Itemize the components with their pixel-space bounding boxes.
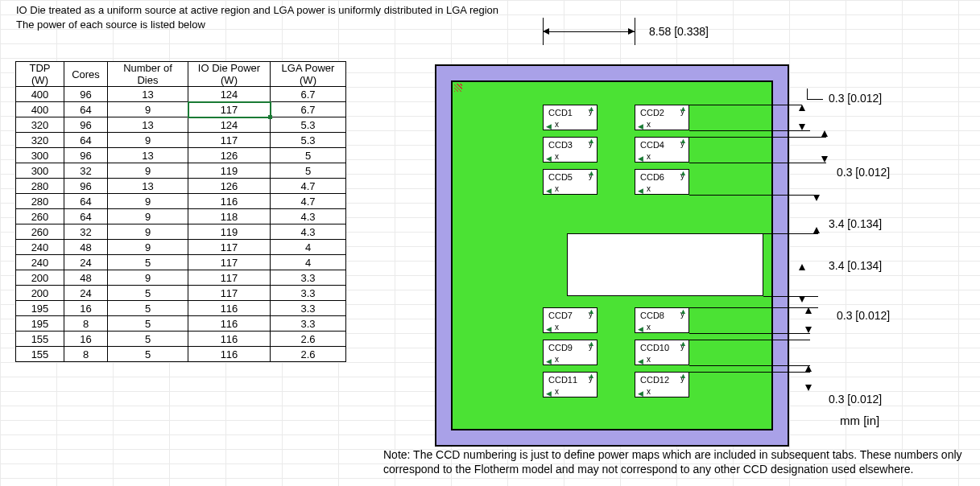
table-cell[interactable]: 117 [188, 286, 271, 301]
table-cell[interactable]: 116 [188, 301, 271, 316]
table-cell[interactable]: 118 [188, 209, 271, 224]
table-cell[interactable]: 155 [16, 347, 64, 362]
table-cell[interactable]: 320 [16, 133, 64, 148]
table-row[interactable]: 30096131265 [16, 148, 346, 163]
table-cell[interactable]: 32 [64, 163, 108, 179]
table-cell[interactable]: 2.6 [271, 347, 346, 362]
table-cell[interactable]: 117 [188, 133, 271, 148]
table-cell[interactable]: 126 [188, 179, 271, 194]
table-cell[interactable]: 13 [108, 117, 188, 133]
table-cell[interactable]: 24 [64, 286, 108, 301]
table-cell[interactable]: 5 [271, 163, 346, 179]
table-cell[interactable]: 240 [16, 255, 64, 270]
table-cell[interactable]: 117 [188, 270, 271, 286]
table-row[interactable]: 3003291195 [16, 163, 346, 179]
table-cell[interactable]: 3.3 [271, 286, 346, 301]
table-cell[interactable]: 116 [188, 347, 271, 362]
table-cell[interactable]: 280 [16, 179, 64, 194]
col-tdp[interactable]: TDP (W) [16, 62, 64, 87]
table-cell[interactable]: 9 [108, 163, 188, 179]
table-cell[interactable]: 5 [108, 301, 188, 316]
table-cell[interactable]: 400 [16, 102, 64, 117]
table-row[interactable]: 32096131245.3 [16, 117, 346, 133]
table-row[interactable]: 155851162.6 [16, 347, 346, 362]
table-cell[interactable]: 16 [64, 332, 108, 347]
table-cell[interactable]: 200 [16, 270, 64, 286]
table-cell[interactable]: 195 [16, 301, 64, 316]
table-cell[interactable]: 5 [108, 255, 188, 270]
table-cell[interactable]: 6.7 [271, 87, 346, 102]
table-cell[interactable]: 5.3 [271, 133, 346, 148]
table-row[interactable]: 4006491176.7 [16, 102, 346, 117]
table-cell[interactable]: 4.7 [271, 194, 346, 209]
table-cell[interactable]: 9 [108, 102, 188, 117]
table-cell[interactable]: 13 [108, 148, 188, 163]
table-cell[interactable]: 116 [188, 316, 271, 332]
table-cell[interactable]: 119 [188, 224, 271, 240]
table-cell[interactable]: 96 [64, 179, 108, 194]
table-cell[interactable]: 4 [271, 255, 346, 270]
table-cell[interactable]: 5 [108, 347, 188, 362]
table-cell[interactable]: 48 [64, 240, 108, 255]
table-row[interactable]: 2002451173.3 [16, 286, 346, 301]
table-cell[interactable]: 3.3 [271, 316, 346, 332]
table-cell[interactable]: 4.3 [271, 209, 346, 224]
table-cell[interactable]: 124 [188, 117, 271, 133]
table-cell[interactable]: 4.7 [271, 179, 346, 194]
table-cell[interactable]: 320 [16, 117, 64, 133]
table-cell[interactable]: 9 [108, 240, 188, 255]
table-cell[interactable]: 64 [64, 209, 108, 224]
table-cell[interactable]: 5.3 [271, 117, 346, 133]
table-cell[interactable]: 24 [64, 255, 108, 270]
table-cell[interactable]: 400 [16, 87, 64, 102]
table-cell[interactable]: 13 [108, 179, 188, 194]
table-cell[interactable]: 64 [64, 133, 108, 148]
table-cell[interactable]: 119 [188, 163, 271, 179]
table-cell[interactable]: 5 [108, 316, 188, 332]
table-row[interactable]: 2004891173.3 [16, 270, 346, 286]
table-row[interactable]: 195851163.3 [16, 316, 346, 332]
table-row[interactable]: 2603291194.3 [16, 224, 346, 240]
table-cell[interactable]: 5 [108, 286, 188, 301]
table-cell[interactable]: 4 [271, 240, 346, 255]
table-row[interactable]: 3206491175.3 [16, 133, 346, 148]
table-row[interactable]: 2806491164.7 [16, 194, 346, 209]
table-cell[interactable]: 195 [16, 316, 64, 332]
table-cell[interactable]: 8 [64, 347, 108, 362]
table-row[interactable]: 2606491184.3 [16, 209, 346, 224]
table-cell[interactable]: 9 [108, 270, 188, 286]
table-cell[interactable]: 260 [16, 224, 64, 240]
table-cell[interactable]: 96 [64, 87, 108, 102]
table-cell[interactable]: 64 [64, 102, 108, 117]
col-cores[interactable]: Cores [64, 62, 108, 87]
col-dies[interactable]: Number of Dies [108, 62, 188, 87]
table-cell[interactable]: 116 [188, 332, 271, 347]
table-cell[interactable]: 240 [16, 240, 64, 255]
table-row[interactable]: 1551651162.6 [16, 332, 346, 347]
table-cell[interactable]: 5 [271, 148, 346, 163]
table-cell[interactable]: 300 [16, 163, 64, 179]
table-cell[interactable]: 32 [64, 224, 108, 240]
table-cell[interactable]: 64 [64, 194, 108, 209]
table-cell[interactable]: 116 [188, 194, 271, 209]
table-cell[interactable]: 9 [108, 194, 188, 209]
table-cell[interactable]: 9 [108, 209, 188, 224]
table-cell[interactable]: 3.3 [271, 301, 346, 316]
table-cell[interactable]: 6.7 [271, 102, 346, 117]
table-cell[interactable]: 5 [108, 332, 188, 347]
table-cell[interactable]: 155 [16, 332, 64, 347]
col-iodie[interactable]: IO Die Power (W) [188, 62, 271, 87]
table-cell[interactable]: 260 [16, 209, 64, 224]
table-cell[interactable]: 300 [16, 148, 64, 163]
table-row[interactable]: 2404891174 [16, 240, 346, 255]
table-cell[interactable]: 96 [64, 148, 108, 163]
table-row[interactable]: 28096131264.7 [16, 179, 346, 194]
table-cell[interactable]: 117 [188, 255, 271, 270]
table-cell[interactable]: 280 [16, 194, 64, 209]
table-row[interactable]: 1951651163.3 [16, 301, 346, 316]
table-cell[interactable]: 96 [64, 117, 108, 133]
table-cell[interactable]: 4.3 [271, 224, 346, 240]
table-cell[interactable]: 124 [188, 87, 271, 102]
table-row[interactable]: 40096131246.7 [16, 87, 346, 102]
table-cell[interactable]: 16 [64, 301, 108, 316]
